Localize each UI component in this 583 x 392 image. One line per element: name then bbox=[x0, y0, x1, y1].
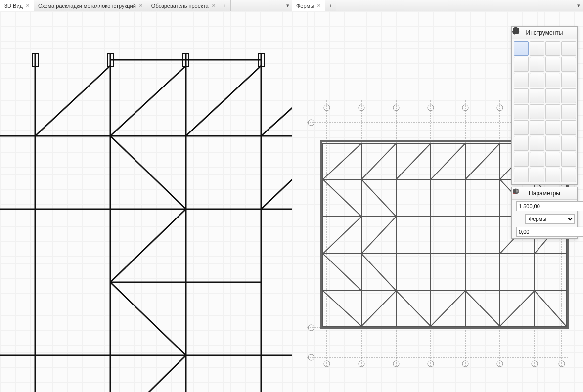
svg-line-76 bbox=[361, 217, 396, 254]
tool-grid bbox=[512, 39, 577, 184]
circle-slash-tool[interactable] bbox=[514, 168, 529, 182]
svg-line-82 bbox=[323, 291, 361, 326]
height-input[interactable] bbox=[516, 201, 583, 211]
rect-tool[interactable] bbox=[545, 41, 560, 56]
tools-palette-title: Инструменты bbox=[512, 27, 577, 39]
layer-select[interactable]: Фермы bbox=[525, 214, 575, 224]
layer-icon bbox=[514, 215, 523, 223]
erase-tool[interactable] bbox=[545, 57, 560, 72]
svg-line-85 bbox=[431, 291, 465, 326]
curve-tool[interactable] bbox=[530, 168, 544, 182]
line-tool[interactable] bbox=[530, 88, 544, 103]
svg-line-77 bbox=[361, 254, 396, 291]
right-tab-bar: Фермы ✕ + ▾ bbox=[292, 0, 583, 11]
close-icon[interactable]: ✕ bbox=[317, 3, 321, 8]
svg-line-17 bbox=[110, 136, 186, 209]
svg-line-14 bbox=[110, 66, 186, 136]
tools-palette[interactable]: Инструменты bbox=[511, 26, 578, 185]
close-icon[interactable]: ✕ bbox=[212, 3, 216, 8]
svg-line-68 bbox=[431, 143, 465, 179]
add-tab-button[interactable]: + bbox=[325, 0, 336, 11]
coil-tool[interactable] bbox=[545, 120, 560, 135]
add-tab-button[interactable]: + bbox=[220, 0, 231, 11]
svg-line-19 bbox=[110, 282, 186, 355]
close-icon[interactable]: ✕ bbox=[26, 3, 30, 8]
extrude-tool[interactable] bbox=[561, 88, 576, 103]
svg-line-73 bbox=[323, 217, 361, 254]
param-layer-row: Фермы bbox=[512, 213, 577, 225]
svg-line-21 bbox=[261, 179, 292, 209]
layers-tool[interactable] bbox=[545, 168, 560, 182]
close-icon[interactable]: ✕ bbox=[139, 3, 143, 8]
pen-tool[interactable] bbox=[561, 57, 576, 72]
cursor-tool[interactable] bbox=[514, 41, 529, 56]
panel-tool[interactable] bbox=[530, 104, 544, 119]
text-tool[interactable] bbox=[561, 168, 576, 182]
tube-tool[interactable] bbox=[561, 120, 576, 135]
phone-tool[interactable] bbox=[561, 152, 576, 167]
structure-elevation-drawing bbox=[0, 11, 292, 392]
svg-line-87 bbox=[500, 291, 535, 326]
stack-tool[interactable] bbox=[514, 104, 529, 119]
tab-label: Схема раскладки металлоконструкций bbox=[38, 3, 136, 9]
box-tool[interactable] bbox=[530, 73, 544, 87]
svg-line-75 bbox=[361, 179, 396, 217]
cube-tool[interactable] bbox=[545, 88, 560, 103]
wall-tool[interactable] bbox=[514, 57, 529, 72]
svg-line-13 bbox=[35, 66, 110, 136]
drop2-tool[interactable] bbox=[530, 120, 544, 135]
svg-rect-123 bbox=[514, 189, 518, 193]
svg-line-84 bbox=[396, 291, 431, 326]
right-pane: Фермы ✕ + ▾ bbox=[292, 0, 583, 392]
svg-line-88 bbox=[535, 291, 566, 326]
svg-line-16 bbox=[261, 108, 292, 136]
svg-line-83 bbox=[361, 291, 396, 326]
tab-metal-layout[interactable]: Схема раскладки металлоконструкций ✕ bbox=[34, 0, 147, 11]
tab-project-browser[interactable]: Обозреватель проекта ✕ bbox=[147, 0, 220, 11]
left-tab-bar: 3D Вид ✕ Схема раскладки металлоконструк… bbox=[0, 0, 292, 11]
param-offset-row: мм bbox=[512, 225, 577, 238]
slab-tool[interactable] bbox=[530, 57, 544, 72]
tab-menu-button[interactable]: ▾ bbox=[574, 0, 583, 11]
table-tool[interactable] bbox=[514, 88, 529, 103]
sheet-tool[interactable] bbox=[514, 152, 529, 167]
page-tool[interactable] bbox=[545, 152, 560, 167]
parameters-palette[interactable]: Параметры мм Фермы мм bbox=[511, 187, 578, 239]
svg-line-86 bbox=[465, 291, 500, 326]
column-tool[interactable] bbox=[561, 41, 576, 56]
cylinder-tool[interactable] bbox=[561, 104, 576, 119]
left-viewport[interactable] bbox=[0, 11, 292, 392]
bulb-tool[interactable] bbox=[530, 136, 544, 151]
svg-line-74 bbox=[323, 254, 361, 291]
left-pane: 3D Вид ✕ Схема раскладки металлоконструк… bbox=[0, 0, 292, 392]
svg-line-69 bbox=[465, 143, 500, 179]
tab-label: Обозреватель проекта bbox=[151, 3, 209, 9]
param-height-row: мм bbox=[512, 200, 577, 213]
tab-3d-view[interactable]: 3D Вид ✕ bbox=[0, 0, 34, 11]
window-tool[interactable] bbox=[561, 73, 576, 87]
svg-line-15 bbox=[186, 66, 261, 136]
svg-line-20 bbox=[149, 355, 186, 392]
tab-trusses[interactable]: Фермы ✕ bbox=[292, 0, 325, 11]
eraser2-tool[interactable] bbox=[514, 73, 529, 87]
frame-tool[interactable] bbox=[561, 136, 576, 151]
poly-tool[interactable] bbox=[530, 152, 544, 167]
svg-line-65 bbox=[323, 143, 361, 179]
tab-menu-button[interactable]: ▾ bbox=[283, 0, 292, 11]
offset-input[interactable] bbox=[516, 227, 583, 237]
svg-line-66 bbox=[361, 143, 396, 179]
parameters-palette-title: Параметры bbox=[512, 187, 577, 200]
right-viewport[interactable]: Инструменты bbox=[292, 11, 583, 392]
gears-tool[interactable] bbox=[514, 136, 529, 151]
drop-tool[interactable] bbox=[514, 120, 529, 135]
svg-line-67 bbox=[396, 143, 431, 179]
link-tool[interactable] bbox=[545, 136, 560, 151]
door-tool[interactable] bbox=[545, 73, 560, 87]
tab-label: 3D Вид bbox=[4, 3, 23, 9]
tab-label: Фермы bbox=[296, 3, 314, 9]
svg-line-72 bbox=[323, 179, 361, 217]
svg-line-18 bbox=[110, 209, 186, 282]
marker-tool[interactable] bbox=[530, 41, 544, 56]
sphere-tool[interactable] bbox=[545, 104, 560, 119]
